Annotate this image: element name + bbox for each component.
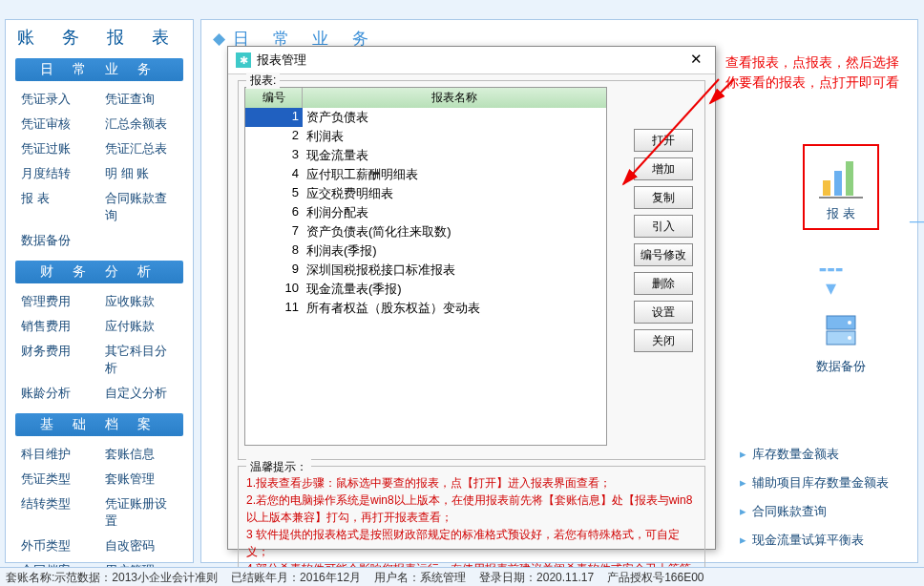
- menu-item[interactable]: 账龄分析: [15, 381, 99, 406]
- quick-link[interactable]: 库存数量金额表: [740, 440, 889, 469]
- section-header: 基 础 档 案: [15, 413, 183, 436]
- report-row[interactable]: 2利润表: [245, 127, 606, 146]
- hint-line: 2.若您的电脑操作系统是win8以上版本，在使用报表前先将【套账信息】处【报表与…: [246, 492, 697, 526]
- report-icon-button[interactable]: 报 表: [803, 144, 879, 230]
- flow-arrow-down-icon: ┇▾: [818, 263, 843, 300]
- app-icon: ✱: [236, 52, 251, 68]
- svg-rect-2: [846, 161, 853, 196]
- dialog-buttons: 打开增加复制引入编号修改删除设置关闭: [634, 129, 693, 352]
- flow-arrow-icon: →: [901, 206, 924, 237]
- panel-title: 账 务 报 表: [6, 20, 193, 51]
- menu-item[interactable]: 凭证查询: [99, 87, 183, 112]
- report-row[interactable]: 6利润分配表: [245, 203, 606, 222]
- menu-item[interactable]: 凭证汇总表: [99, 136, 183, 161]
- menu-item[interactable]: 汇总余额表: [99, 112, 183, 136]
- report-group: 报表: 编号 报表名称 1资产负债表2利润表3现金流量表4应付职工薪酬明细表5应…: [238, 80, 705, 460]
- menu-item[interactable]: 合同账款查询: [99, 186, 183, 228]
- server-icon: [817, 306, 865, 354]
- report-manage-dialog: ✱ 报表管理 ✕ 报表: 编号 报表名称 1资产负债表2利润表3现金流量表4应付…: [227, 46, 716, 550]
- report-list-header: 编号 报表名称: [245, 88, 606, 108]
- menu-item[interactable]: 明 细 账: [99, 161, 183, 186]
- close-icon[interactable]: ✕: [684, 51, 707, 70]
- report-row[interactable]: 4应付职工薪酬明细表: [245, 165, 606, 184]
- menu-item[interactable]: 套账信息: [99, 442, 183, 467]
- section-header: 日 常 业 务: [15, 58, 183, 81]
- report-row[interactable]: 3现金流量表: [245, 146, 606, 165]
- menu-item[interactable]: 管理费用: [15, 289, 99, 314]
- report-row[interactable]: 8利润表(季报): [245, 241, 606, 261]
- dialog-设置-button[interactable]: 设置: [634, 301, 693, 324]
- menu-item[interactable]: 财务费用: [15, 339, 99, 381]
- report-row[interactable]: 11所有者权益（股东权益）变动表: [245, 299, 606, 318]
- menu-item[interactable]: 凭证账册设置: [99, 492, 183, 534]
- status-period: 已结账年月：2016年12月: [231, 570, 361, 584]
- status-bar: 套账名称:示范数据：2013小企业会计准则 已结账年月：2016年12月 用户名…: [0, 567, 924, 586]
- menu-item[interactable]: 月度结转: [15, 161, 99, 186]
- bar-chart-icon: [817, 154, 865, 201]
- dialog-删除-button[interactable]: 删除: [634, 272, 693, 295]
- menu-item[interactable]: 外币类型: [15, 534, 99, 558]
- status-login: 登录日期：2020.11.17: [479, 570, 594, 584]
- status-auth: 产品授权号166E00: [607, 570, 704, 584]
- menu-item[interactable]: 凭证过账: [15, 136, 99, 161]
- hints-label: 温馨提示：: [246, 458, 311, 475]
- menu-item[interactable]: 凭证类型: [15, 467, 99, 492]
- svg-point-6: [848, 321, 851, 324]
- report-row[interactable]: 1资产负债表: [245, 108, 606, 127]
- dialog-title: 报表管理: [257, 52, 684, 69]
- hint-line: 1.报表查看步骤：鼠标选中要查的报表，点【打开】进入报表界面查看；: [246, 474, 697, 492]
- callout-text: 查看报表，点报表，然后选择你要看的报表，点打开即可看: [725, 52, 912, 93]
- quick-link[interactable]: 合同账款查询: [740, 497, 889, 526]
- dialog-打开-button[interactable]: 打开: [634, 129, 693, 152]
- dialog-编号修改-button[interactable]: 编号修改: [634, 243, 693, 266]
- menu-item[interactable]: 自改密码: [99, 534, 183, 558]
- report-row[interactable]: 9深圳国税报税接口标准报表: [245, 261, 606, 280]
- dialog-关闭-button[interactable]: 关闭: [634, 329, 693, 352]
- status-user: 用户名：系统管理: [374, 570, 466, 584]
- col-no-header: 编号: [245, 88, 303, 108]
- report-group-label: 报表:: [246, 73, 280, 89]
- report-list[interactable]: 编号 报表名称 1资产负债表2利润表3现金流量表4应付职工薪酬明细表5应交税费明…: [244, 87, 607, 446]
- quick-link[interactable]: 现金流量试算平衡表: [740, 526, 889, 555]
- quick-link[interactable]: 辅助项目库存数量金额表: [740, 469, 889, 497]
- svg-rect-1: [834, 171, 842, 196]
- menu-item[interactable]: 报 表: [15, 186, 99, 228]
- left-panel: 账 务 报 表 日 常 业 务凭证录入凭证查询凭证审核汇总余额表凭证过账凭证汇总…: [5, 19, 194, 563]
- report-row[interactable]: 7资产负债表(简化往来取数): [245, 222, 606, 241]
- menu-item[interactable]: 凭证审核: [15, 112, 99, 136]
- menu-item[interactable]: 应付账款: [99, 314, 183, 339]
- backup-icon-button[interactable]: 数据备份: [803, 306, 879, 392]
- status-acct: 套账名称:示范数据：2013小企业会计准则: [6, 570, 218, 584]
- menu-item[interactable]: 应收账款: [99, 289, 183, 314]
- menu-item[interactable]: 其它科目分析: [99, 339, 183, 381]
- menu-item[interactable]: 销售费用: [15, 314, 99, 339]
- dialog-引入-button[interactable]: 引入: [634, 215, 693, 238]
- section-header: 财 务 分 析: [15, 261, 183, 283]
- backup-icon-label: 数据备份: [803, 358, 879, 375]
- dialog-titlebar[interactable]: ✱ 报表管理 ✕: [228, 47, 715, 74]
- menu-item[interactable]: 凭证录入: [15, 87, 99, 112]
- report-row[interactable]: 10现金流量表(季报): [245, 280, 606, 299]
- col-name-header: 报表名称: [303, 88, 606, 108]
- menu-item[interactable]: 套账管理: [99, 467, 183, 492]
- menu-item[interactable]: 结转类型: [15, 492, 99, 534]
- hint-line: 3 软件提供的报表格式是按照财政部规定的标准格式预设好，若您有特殊格式，可自定义…: [246, 526, 697, 560]
- dialog-复制-button[interactable]: 复制: [634, 186, 693, 209]
- report-icon-label: 报 表: [812, 205, 870, 222]
- report-row[interactable]: 5应交税费明细表: [245, 184, 606, 203]
- svg-point-7: [848, 336, 851, 340]
- quick-links: 库存数量金额表辅助项目库存数量金额表合同账款查询现金流量试算平衡表: [740, 440, 889, 555]
- menu-item[interactable]: 数据备份: [15, 228, 183, 253]
- menu-item[interactable]: 自定义分析: [99, 381, 183, 406]
- dialog-增加-button[interactable]: 增加: [634, 157, 693, 180]
- svg-rect-0: [823, 180, 830, 196]
- menu-item[interactable]: 科目维护: [15, 442, 99, 467]
